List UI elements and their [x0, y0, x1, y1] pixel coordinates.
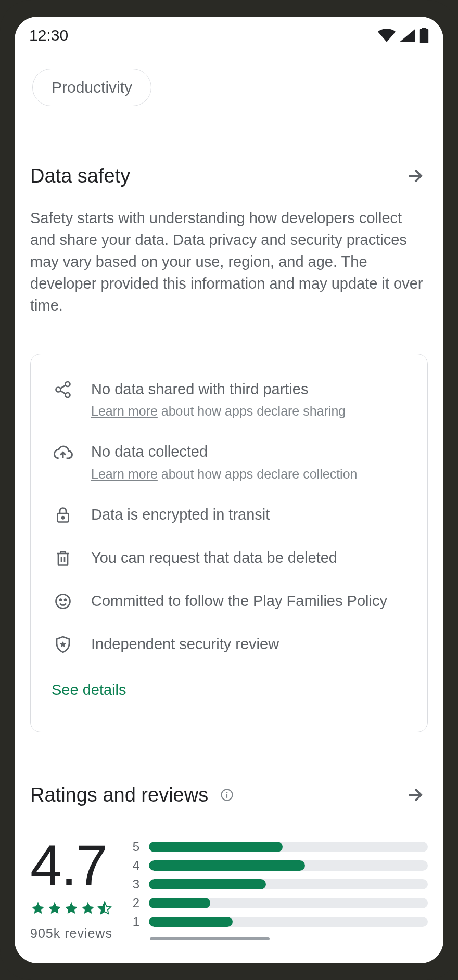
- data-safety-title: Data safety: [30, 165, 130, 187]
- rating-bar-track: [149, 860, 428, 871]
- rating-bar-track: [149, 842, 428, 852]
- learn-more-link[interactable]: Learn more: [91, 467, 158, 481]
- wifi-icon: [378, 29, 396, 42]
- data-safety-item-title: Committed to follow the Play Families Po…: [91, 591, 387, 611]
- data-safety-item: You can request that data be deleted: [52, 548, 406, 568]
- rating-bar-label: 3: [130, 877, 139, 892]
- ratings-title: Ratings and reviews: [30, 784, 208, 806]
- svg-point-6: [60, 599, 61, 600]
- battery-icon: [419, 28, 429, 43]
- ratings-section: Ratings and reviews 4.7: [30, 782, 428, 941]
- learn-more-link[interactable]: Learn more: [91, 404, 158, 418]
- data-safety-card: No data shared with third parties Learn …: [30, 354, 428, 732]
- rating-bar-row: 2: [130, 896, 428, 910]
- star-icon: [47, 901, 62, 917]
- svg-point-1: [56, 388, 61, 392]
- data-safety-item-title: No data shared with third parties: [91, 379, 346, 399]
- rating-bar-fill: [149, 917, 233, 927]
- data-safety-item: No data collected Learn more about how a…: [52, 442, 406, 481]
- data-safety-item-sub: Learn more about how apps declare collec…: [91, 467, 357, 482]
- svg-point-7: [65, 599, 66, 600]
- data-safety-item-sub: Learn more about how apps declare sharin…: [91, 404, 346, 419]
- svg-point-9: [226, 792, 227, 793]
- lock-icon: [52, 505, 74, 525]
- rating-bar-label: 5: [130, 840, 139, 854]
- rating-bar-track: [149, 917, 428, 927]
- data-safety-item: Data is encrypted in transit: [52, 505, 406, 525]
- shield-star-icon: [52, 634, 74, 654]
- reviews-count: 905k reviews: [30, 926, 112, 941]
- rating-bar-label: 1: [130, 914, 139, 929]
- svg-point-4: [62, 517, 64, 519]
- trash-icon: [52, 548, 74, 568]
- data-safety-item-title: Independent security review: [91, 634, 279, 654]
- data-safety-arrow-button[interactable]: [403, 163, 428, 188]
- data-safety-item: Independent security review: [52, 634, 406, 654]
- svg-point-2: [66, 393, 70, 397]
- status-time: 12:30: [29, 27, 68, 44]
- star-icon: [80, 901, 96, 917]
- arrow-right-icon: [405, 166, 425, 186]
- ratings-distribution: 5 4 3 2: [130, 836, 428, 940]
- rating-stars: [30, 901, 112, 917]
- rating-bar-track: [149, 898, 428, 908]
- star-half-icon: [97, 901, 112, 917]
- data-safety-description: Safety starts with understanding how dev…: [30, 207, 428, 316]
- rating-bar-fill: [149, 842, 283, 852]
- info-icon[interactable]: [220, 788, 234, 802]
- svg-point-0: [66, 382, 70, 386]
- rating-bar-row: 1: [130, 914, 428, 929]
- status-icons: [378, 28, 429, 43]
- rating-bar-label: 4: [130, 858, 139, 873]
- data-safety-item: Committed to follow the Play Families Po…: [52, 591, 406, 611]
- status-bar: 12:30: [15, 17, 443, 54]
- family-face-icon: [52, 591, 74, 611]
- cloud-upload-icon: [52, 442, 74, 481]
- rating-bar-label: 2: [130, 896, 139, 910]
- share-icon: [52, 379, 74, 419]
- rating-bar-row: 3: [130, 877, 428, 892]
- star-icon: [63, 901, 79, 917]
- data-safety-item-title: No data collected: [91, 442, 357, 462]
- category-chip[interactable]: Productivity: [32, 69, 151, 106]
- horizontal-scroll-indicator: [150, 937, 270, 940]
- svg-point-5: [56, 594, 70, 608]
- data-safety-section: Data safety Safety starts with understan…: [30, 163, 428, 732]
- ratings-arrow-button[interactable]: [403, 782, 428, 807]
- rating-bar-fill: [149, 860, 305, 871]
- rating-summary: 4.7 905k reviews: [30, 836, 112, 941]
- data-safety-item-title: Data is encrypted in transit: [91, 505, 270, 525]
- rating-bar-fill: [149, 879, 266, 889]
- data-safety-item-title: You can request that data be deleted: [91, 548, 337, 568]
- rating-bar-row: 4: [130, 858, 428, 873]
- star-icon: [30, 901, 46, 917]
- arrow-right-icon: [405, 785, 425, 805]
- rating-bar-track: [149, 879, 428, 889]
- rating-score: 4.7: [30, 836, 112, 894]
- rating-bar-fill: [149, 898, 210, 908]
- see-details-link[interactable]: See details: [52, 681, 406, 699]
- data-safety-item: No data shared with third parties Learn …: [52, 379, 406, 419]
- rating-bar-row: 5: [130, 840, 428, 854]
- cellular-icon: [400, 29, 415, 42]
